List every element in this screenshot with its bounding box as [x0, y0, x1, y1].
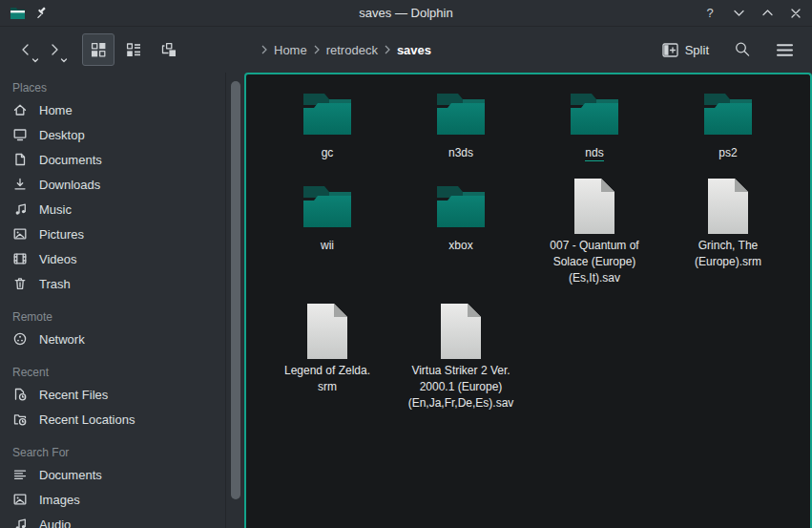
- folder-nds[interactable]: nds: [528, 84, 661, 177]
- sidebar-item-documents[interactable]: Documents: [12, 147, 225, 172]
- forward-dropdown-icon: [60, 58, 68, 63]
- section-header-places: Places: [12, 78, 225, 97]
- sidebar-item-desktop[interactable]: Desktop: [12, 122, 225, 147]
- sidebar-item-trash[interactable]: Trash: [12, 271, 225, 296]
- split-button[interactable]: Split: [656, 37, 715, 63]
- close-button[interactable]: [789, 7, 802, 20]
- file-icon: [697, 177, 759, 236]
- video-icon: [12, 251, 28, 266]
- split-label: Split: [685, 43, 709, 57]
- section-header-recent: Recent: [12, 363, 225, 382]
- sidebar-item-network[interactable]: Network: [12, 327, 225, 351]
- forward-button[interactable]: [40, 34, 69, 65]
- sidebar-item-music[interactable]: Music: [12, 197, 225, 222]
- sidebar-item-videos[interactable]: Videos: [12, 246, 225, 271]
- breadcrumb: Home retrodeck saves: [261, 43, 431, 57]
- section-header-remote: Remote: [12, 307, 225, 327]
- breadcrumb-saves[interactable]: saves: [397, 43, 431, 57]
- hamburger-icon: [776, 43, 794, 57]
- sidebar-item-search-documents[interactable]: Documents: [12, 462, 225, 487]
- magnifier-icon: [734, 41, 751, 58]
- home-icon: [12, 102, 28, 117]
- view-mode-group: [82, 33, 185, 66]
- folder-icon: [430, 177, 491, 236]
- recent-locations-icon: [12, 412, 28, 427]
- titlebar: saves — Dolphin ?: [0, 0, 812, 27]
- picture-icon: [12, 226, 28, 242]
- tree-view-button[interactable]: [153, 33, 185, 66]
- folder-icon: [697, 84, 759, 143]
- file-grid: gc n3ds nds ps2 wii: [246, 74, 810, 427]
- sidebar-item-recent-locations[interactable]: Recent Locations: [12, 407, 225, 432]
- network-icon: [12, 331, 28, 347]
- file-007-quantum-of-solace[interactable]: 007 - Quantum of Solace (Europe) (Es,It)…: [528, 177, 661, 302]
- music-note-icon: [12, 201, 28, 217]
- minimize-button[interactable]: [732, 7, 745, 20]
- dolphin-window: saves — Dolphin ?: [0, 0, 812, 528]
- recent-files-icon: [12, 387, 28, 402]
- split-icon: [662, 43, 678, 57]
- folder-icon: [297, 177, 358, 236]
- folder-ps2[interactable]: ps2: [661, 84, 795, 177]
- sidebar-item-search-audio[interactable]: Audio: [12, 512, 225, 528]
- maximize-button[interactable]: [760, 7, 774, 20]
- desktop-icon: [12, 127, 28, 142]
- folder-gc[interactable]: gc: [260, 84, 394, 177]
- breadcrumb-retrodeck[interactable]: retrodeck: [326, 43, 378, 57]
- dolphin-app-icon: [10, 6, 26, 20]
- help-button[interactable]: ?: [703, 7, 717, 20]
- sidebar-item-pictures[interactable]: Pictures: [12, 222, 225, 246]
- sidebar-item-search-images[interactable]: Images: [12, 487, 225, 512]
- text-lines-icon: [12, 467, 28, 482]
- file-legend-of-zelda[interactable]: Legend of Zelda. srm: [260, 302, 394, 411]
- sidebar-scrollbar[interactable]: [231, 81, 240, 499]
- folder-icon: [297, 84, 358, 143]
- window-controls: ?: [703, 7, 802, 20]
- recent-section: Recent Recent Files Recent Locations: [12, 363, 225, 432]
- breadcrumb-chevron-icon: [385, 45, 390, 54]
- menu-button[interactable]: [768, 33, 801, 66]
- places-section: Places Home Desktop Documents: [12, 78, 225, 296]
- document-icon: [12, 152, 28, 167]
- search-for-section: Search For Documents Images Audio: [12, 443, 225, 528]
- folder-xbox[interactable]: xbox: [394, 177, 528, 269]
- folder-view: gc n3ds nds ps2 wii: [244, 73, 812, 528]
- file-icon: [430, 302, 491, 361]
- places-panel: Places Home Desktop Documents: [0, 73, 244, 528]
- download-icon: [12, 177, 28, 192]
- breadcrumb-chevron-icon: [314, 45, 320, 54]
- breadcrumb-home[interactable]: Home: [274, 43, 307, 57]
- picture-icon: [12, 492, 28, 507]
- trash-icon: [12, 276, 28, 291]
- file-virtua-striker-2[interactable]: Virtua Striker 2 Ver. 2000.1 (Europe) (E…: [394, 302, 528, 427]
- folder-icon: [564, 84, 625, 143]
- window-title: saves — Dolphin: [0, 6, 812, 20]
- content-area: Places Home Desktop Documents: [0, 73, 812, 528]
- toolbar: Home retrodeck saves Split: [0, 27, 812, 73]
- file-grinch-the-europe[interactable]: Grinch, The (Europe).srm: [661, 177, 795, 285]
- folder-wii[interactable]: wii: [260, 177, 394, 269]
- back-dropdown-icon: [31, 58, 39, 63]
- icons-view-button[interactable]: [82, 33, 115, 66]
- file-icon: [564, 177, 625, 236]
- sidebar-item-downloads[interactable]: Downloads: [12, 172, 225, 197]
- remote-section: Remote Network: [12, 307, 225, 351]
- breadcrumb-chevron-icon: [261, 45, 267, 54]
- sidebar-item-home[interactable]: Home: [12, 97, 225, 122]
- folder-icon: [430, 84, 491, 143]
- details-view-button[interactable]: [117, 33, 150, 66]
- sidebar-item-recent-files[interactable]: Recent Files: [12, 382, 225, 407]
- back-button[interactable]: [11, 34, 40, 65]
- music-note-icon: [12, 517, 28, 528]
- folder-n3ds[interactable]: n3ds: [394, 84, 528, 177]
- section-header-search-for: Search For: [12, 443, 225, 462]
- search-button[interactable]: [726, 33, 759, 66]
- file-icon: [297, 302, 358, 361]
- pin-icon[interactable]: [34, 6, 49, 20]
